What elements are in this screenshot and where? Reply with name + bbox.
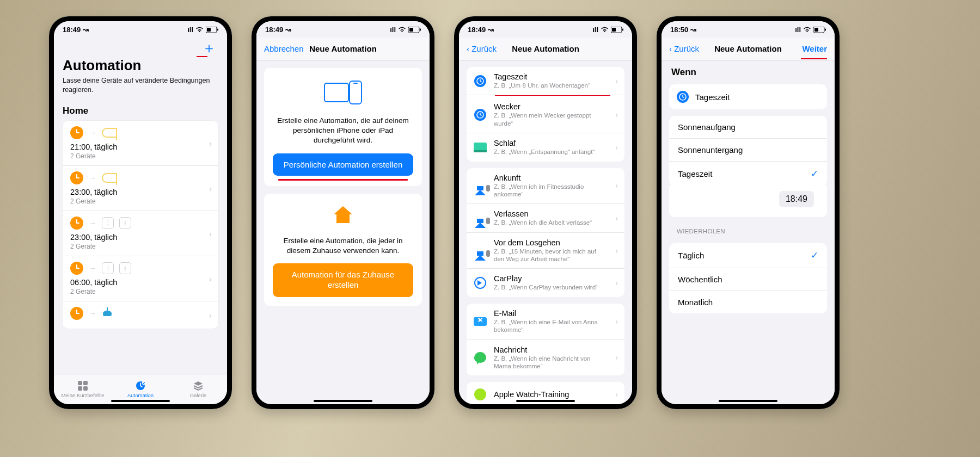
section-header: Home <box>63 106 218 116</box>
chevron-right-icon: › <box>615 390 618 399</box>
arrow-icon: → <box>89 219 96 227</box>
trigger-row[interactable]: Verlassen Z. B. „Wenn ich die Arbeit ver… <box>467 204 624 232</box>
battery-icon <box>408 27 421 33</box>
status-time: 18:50 ↝ <box>670 26 696 34</box>
back-button[interactable]: ‹ Zurück <box>669 44 699 53</box>
outlet-icon: ⫶ <box>119 262 131 274</box>
chevron-right-icon: › <box>615 181 618 190</box>
svg-rect-5 <box>78 386 82 391</box>
trigger-group: Tageszeit Z. B. „Um 8 Uhr, an Wochentage… <box>467 67 624 162</box>
page-subtitle: Lasse deine Geräte auf veränderte Beding… <box>63 76 218 95</box>
option-label: Sonnenuntergang <box>678 145 743 155</box>
signal-icon: ıll <box>187 26 193 34</box>
nav-title: Neue Automation <box>512 44 579 53</box>
watch-icon <box>474 388 486 400</box>
trigger-row[interactable]: Nachricht Z. B. „Wenn ich eine Nachricht… <box>467 340 624 376</box>
battery-icon <box>813 27 826 33</box>
outlet-icon: ⋮ <box>102 262 114 274</box>
trigger-row[interactable]: Ankunft Z. B. „Wenn ich im Fitnessstudio… <box>467 168 624 205</box>
repeat-option[interactable]: Monatlich <box>669 291 827 313</box>
status-bar: 18:49 ↝ ıll <box>459 21 632 38</box>
trigger-subtitle: Z. B. „Wenn ich die Arbeit verlasse“ <box>494 219 605 226</box>
trigger-label: Tageszeit <box>695 92 730 102</box>
home-automation-card: Erstelle eine Automation, die jeder in d… <box>264 194 422 306</box>
chevron-right-icon: › <box>615 77 618 85</box>
option-label: Täglich <box>678 251 704 260</box>
nav-title: Neue Automation <box>714 44 782 53</box>
time-option[interactable]: Sonnenuntergang <box>669 139 827 162</box>
svg-rect-3 <box>78 381 82 385</box>
screen-time-trigger-config: 18:50 ↝ ıll ‹ Zurück Neue Automation Wei… <box>657 16 840 409</box>
chevron-right-icon: › <box>615 353 618 362</box>
status-icons: ıll <box>592 26 623 34</box>
status-time: 18:49 ↝ <box>468 26 494 34</box>
lamp-icon <box>102 307 114 319</box>
row-subtitle: 2 Geräte <box>70 288 211 295</box>
bed-icon <box>474 143 487 152</box>
carplay-icon <box>474 277 486 289</box>
repeat-label: WIEDERHOLEN <box>661 217 835 237</box>
status-time: 18:49 ↝ <box>63 26 89 34</box>
create-personal-automation-button[interactable]: Persönliche Automation erstellen <box>273 153 413 176</box>
automation-row[interactable]: → 21:00, täglich 2 Geräte › <box>63 121 218 166</box>
outlet-icon: ⫶ <box>119 217 131 229</box>
home-indicator <box>516 400 575 402</box>
card-description: Erstelle eine Automation, die jeder in d… <box>273 236 413 256</box>
annotation-underline <box>801 58 827 59</box>
option-label: Sonnenaufgang <box>678 122 736 132</box>
status-icons: ıll <box>795 26 826 34</box>
trigger-row[interactable]: E-Mail Z. B. „Wenn ich eine E-Mail von A… <box>467 304 624 340</box>
screen-automation-list: 18:49 ↝ ıll ＋ Automation Lasse deine Ger… <box>49 16 232 409</box>
trigger-title: Wecker <box>494 102 605 111</box>
annotation-underline <box>278 179 408 181</box>
create-home-automation-button[interactable]: Automation für das Zuhause erstellen <box>273 263 413 297</box>
back-button[interactable]: ‹ Zurück <box>467 44 497 53</box>
chevron-right-icon: › <box>615 279 618 287</box>
next-button[interactable]: Weiter <box>802 44 827 53</box>
home-indicator <box>314 400 372 402</box>
trigger-row[interactable]: CarPlay Z. B. „Wenn CarPlay verbunden wi… <box>467 269 624 297</box>
signal-icon: ıll <box>592 26 598 34</box>
location-icon <box>475 213 486 223</box>
repeat-option[interactable]: Wöchentlich <box>669 268 827 291</box>
chevron-right-icon: › <box>615 143 618 152</box>
chevron-right-icon: › <box>209 310 212 319</box>
wifi-icon <box>803 27 811 33</box>
chevron-right-icon: › <box>615 110 618 119</box>
when-header: Wenn <box>661 60 835 80</box>
annotation-underline <box>197 56 207 57</box>
trigger-subtitle: Z. B. „Wenn mein Wecker gestoppt wurde“ <box>494 112 605 127</box>
trigger-row[interactable]: Tageszeit Z. B. „Um 8 Uhr, an Wochentage… <box>467 67 624 95</box>
time-picker[interactable]: 18:49 <box>779 191 814 207</box>
clock-badge-icon <box>134 380 146 391</box>
svg-rect-16 <box>612 28 616 32</box>
automation-row[interactable]: →⋮⫶ 06:00, täglich 2 Geräte › <box>63 256 218 301</box>
svg-rect-13 <box>350 81 362 104</box>
time-option[interactable]: Sonnenaufgang <box>669 116 827 139</box>
chevron-right-icon: › <box>209 138 212 147</box>
svg-rect-11 <box>420 28 421 30</box>
trigger-row[interactable]: Schlaf Z. B. „Wenn „Entspannung“ anfängt… <box>467 133 624 161</box>
tab-shortcuts[interactable]: Meine Kurzbefehle <box>54 374 112 404</box>
row-subtitle: 2 Geräte <box>70 197 211 205</box>
automation-row[interactable]: → 23:00, täglich 2 Geräte › <box>63 166 218 211</box>
arrow-icon: → <box>89 128 96 137</box>
home-indicator <box>111 400 170 402</box>
trigger-row[interactable]: Vor dem Losgehen Z. B. „15 Minuten, bevo… <box>467 233 624 269</box>
trigger-title: Tageszeit <box>494 72 605 81</box>
location-icon <box>475 181 486 190</box>
trigger-row[interactable]: Wecker Z. B. „Wenn mein Wecker gestoppt … <box>467 97 624 133</box>
screen-trigger-picker: 18:49 ↝ ıll ‹ Zurück Neue Automation Tag… <box>454 16 637 409</box>
automation-row[interactable]: → › <box>63 301 218 329</box>
automation-row[interactable]: →⋮⫶ 23:00, täglich 2 Geräte › <box>63 211 218 256</box>
time-option[interactable]: Tageszeit ✓ <box>669 162 827 186</box>
signal-icon: ıll <box>795 26 801 34</box>
add-button[interactable]: ＋ <box>202 41 216 55</box>
time-picker-row: 18:49 <box>669 186 827 217</box>
repeat-option[interactable]: Täglich ✓ <box>669 243 827 268</box>
home-indicator <box>719 400 777 402</box>
trigger-subtitle: Z. B. „15 Minuten, bevor ich mich auf de… <box>494 248 605 263</box>
cancel-button[interactable]: Abbrechen <box>264 44 304 53</box>
status-bar: 18:50 ↝ ıll <box>661 21 835 38</box>
tab-gallery[interactable]: Galerie <box>169 374 227 404</box>
